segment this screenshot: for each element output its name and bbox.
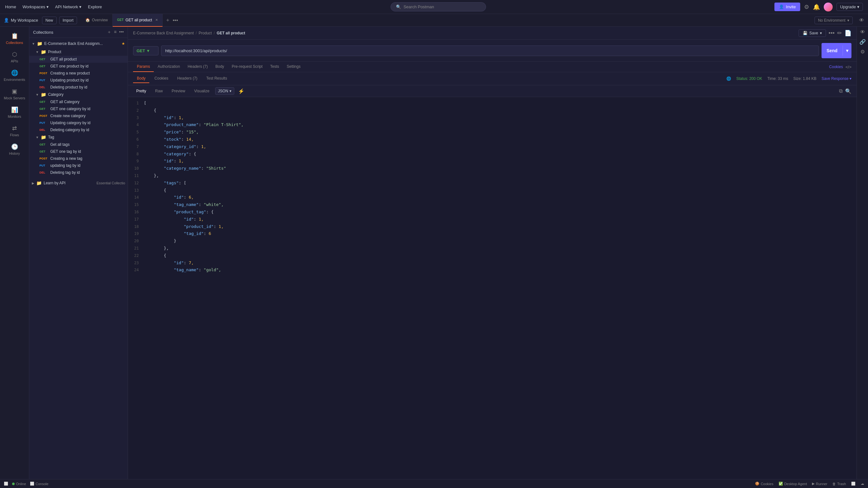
breadcrumb-folder[interactable]: Product [198,31,212,35]
tab-pre-request-script[interactable]: Pre-request Script [228,62,267,72]
endpoint-create-product[interactable]: POST Creating a new product [29,70,128,77]
sidebar-item-mock-servers[interactable]: ▣ Mock Servers [0,85,29,103]
bottom-trash[interactable]: 🗑 Trash [832,482,846,486]
endpoint-delete-category[interactable]: DEL Deleting category by id [29,126,128,133]
right-sidebar-icon-1[interactable]: 👁 [860,29,865,35]
add-collection-icon[interactable]: ＋ [107,29,112,35]
sidebar-item-history[interactable]: 🕒 History [0,140,29,158]
send-button[interactable]: Send ▾ [822,43,851,58]
breadcrumb-collection[interactable]: E-Commerce Back End Assignment [133,31,194,35]
folder-tag[interactable]: ▼ 📁 Tag [29,133,128,141]
sidebar-item-environments[interactable]: 🌐 Environments [0,66,29,85]
edit-icon[interactable]: ✏ [837,29,842,37]
bottom-desktop-agent[interactable]: ✅ Desktop Agent [779,482,807,486]
method-selector[interactable]: GET ▾ [133,46,158,55]
new-button[interactable]: New [42,17,57,24]
nav-workspaces[interactable]: Workspaces ▾ [23,4,49,9]
settings-icon[interactable]: ⚙ [804,3,809,10]
sidebar-item-monitors[interactable]: 📊 Monitors [0,103,29,122]
sort-icon[interactable]: ≡ [114,29,117,35]
tab-overview[interactable]: 🏠 Overview [81,14,113,27]
endpoint-delete-product[interactable]: DEL Deleting product by id [29,84,128,91]
upgrade-button[interactable]: Upgrade ▾ [836,3,863,11]
endpoint-update-category[interactable]: PUT Updating category by id [29,119,128,126]
search-icon[interactable]: 🔍 [845,88,851,94]
endpoint-get-one-tag[interactable]: GET GET one tag by id [29,148,128,155]
endpoint-update-product[interactable]: PUT Updating product by id [29,77,128,84]
tab-tests[interactable]: Tests [267,62,283,72]
filter-icon[interactable]: ⚡ [238,88,244,94]
folder-product[interactable]: ▼ 📁 Product [29,48,128,56]
main-content: 📋 Collections ⬡ APIs 🌐 Environments ▣ Mo… [0,27,868,479]
sidebar-item-flows[interactable]: ⇄ Flows [0,122,29,140]
endpoint-delete-tag[interactable]: DEL Deleting tag by id [29,169,128,176]
cookies-link[interactable]: Cookies [829,65,843,69]
folder-category[interactable]: ▼ 📁 Category [29,91,128,98]
code-icon[interactable]: </> [845,65,851,69]
bottom-cloud-icon[interactable]: ☁ [861,482,864,486]
format-tab-raw[interactable]: Raw [152,88,166,95]
format-tab-visualize[interactable]: Visualize [191,88,213,95]
line-number: 5 [128,129,144,135]
more-tabs-icon[interactable]: ••• [173,18,178,23]
endpoint-get-one-product[interactable]: GET GET one product by id [29,63,128,70]
endpoint-get-one-category[interactable]: GET GET one category by id [29,105,128,112]
url-input[interactable] [161,45,819,56]
endpoint-get-all-category[interactable]: GET GET all Category [29,98,128,105]
bottom-layout-icon[interactable]: ⬜ [851,482,856,486]
more-options-button[interactable]: ••• [829,29,835,37]
endpoint-create-category[interactable]: POST Create new category [29,112,128,119]
resp-tab-cookies[interactable]: Cookies [151,74,172,83]
tab-params[interactable]: Params [133,62,154,72]
eye-icon[interactable]: 👁 [859,18,864,23]
endpoint-create-tag[interactable]: POST Creating a new tag [29,155,128,162]
nav-explore[interactable]: Explore [88,4,102,9]
tab-close-icon[interactable]: ✕ [155,18,158,22]
workspace-name[interactable]: 👤 My Workspace [4,18,38,23]
bottom-status-icon[interactable]: ⬜ [4,482,8,486]
format-type-selector[interactable]: JSON ▾ [215,87,234,95]
nav-home[interactable]: Home [5,4,16,9]
more-options-icon[interactable]: ••• [119,29,124,35]
line-content: "stock": 14, [144,136,194,143]
save-button[interactable]: 💾 Save ▾ [799,29,826,37]
resp-tab-body[interactable]: Body [133,74,149,83]
bottom-runner[interactable]: ▶ Runner [812,482,827,486]
sidebar-item-collections[interactable]: 📋 Collections [0,29,29,48]
collection-header-main[interactable]: ▼ 📁 E-Commerce Back End Assignm... ★ [29,39,128,48]
notifications-icon[interactable]: 🔔 [813,3,820,10]
avatar[interactable] [824,3,833,11]
documentation-icon[interactable]: 📄 [844,29,851,37]
star-icon[interactable]: ★ [122,41,125,46]
workspace-actions: New Import [42,17,77,24]
format-tab-pretty[interactable]: Pretty [133,88,149,95]
nav-api-network[interactable]: API Network ▾ [55,4,82,9]
invite-button[interactable]: 👤 Invite [774,3,800,11]
tab-authorization[interactable]: Authorization [154,62,184,72]
right-sidebar-icon-3[interactable]: ⚙ [860,49,865,55]
endpoint-get-all-tags[interactable]: GET Get all tags [29,141,128,148]
console-icon: ⬜ [30,482,34,486]
add-tab-icon[interactable]: ＋ [165,17,170,24]
tab-get-all-product[interactable]: GET GET all product ✕ [113,14,163,27]
endpoint-update-tag[interactable]: PUT updating tag by id [29,162,128,169]
send-dropdown-icon[interactable]: ▾ [842,45,851,56]
no-environment-selector[interactable]: No Environment ▾ [814,17,853,24]
tab-headers[interactable]: Headers (7) [184,62,211,72]
tab-body[interactable]: Body [212,62,228,72]
search-box[interactable]: 🔍 Search Postman [391,2,486,11]
tab-settings[interactable]: Settings [283,62,304,72]
bottom-online[interactable]: Online [12,482,26,486]
sidebar-item-apis[interactable]: ⬡ APIs [0,48,29,66]
save-response-button[interactable]: Save Response ▾ [822,77,851,81]
resp-tab-test-results[interactable]: Test Results [203,74,231,83]
resp-tab-headers[interactable]: Headers (7) [174,74,201,83]
format-tab-preview[interactable]: Preview [168,88,188,95]
right-sidebar-icon-2[interactable]: 🔗 [859,39,866,45]
bottom-console[interactable]: ⬜ Console [30,482,49,486]
copy-icon[interactable]: ⧉ [839,88,842,94]
endpoint-get-all-product[interactable]: GET GET all product [29,56,128,63]
collection-header-secondary[interactable]: ▶ 📁 Learn by API Essential Collectio [29,179,128,187]
import-button[interactable]: Import [59,17,77,24]
bottom-cookies[interactable]: 🍪 Cookies [755,482,773,486]
